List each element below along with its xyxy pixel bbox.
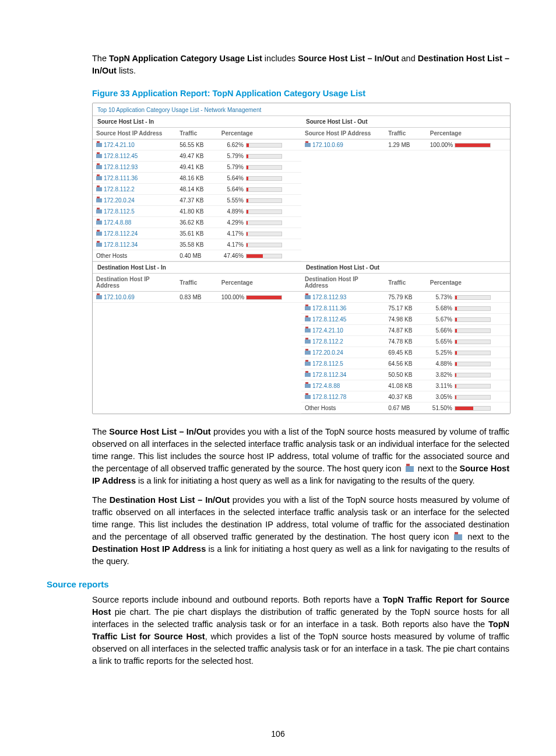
- host-query-icon[interactable]: [305, 340, 311, 344]
- text: includes: [262, 54, 298, 63]
- table-row: 172.8.112.564.56 KB4.88%: [301, 358, 510, 369]
- host-query-icon[interactable]: [96, 187, 102, 191]
- traffic-cell: 49.47 KB: [176, 150, 218, 162]
- ip-link[interactable]: 172.8.112.2: [312, 338, 343, 345]
- host-query-icon[interactable]: [305, 295, 311, 299]
- host-query-icon[interactable]: [96, 220, 102, 225]
- percentage-bar: [246, 176, 282, 181]
- host-query-icon[interactable]: [96, 165, 102, 169]
- pct-cell: 3.05%: [427, 391, 510, 402]
- host-query-icon[interactable]: [305, 328, 311, 332]
- section-header-source-reports: Source reports: [47, 579, 509, 589]
- table-row: 172.20.0.2469.45 KB5.25%: [301, 347, 510, 358]
- ip-link[interactable]: 172.8.112.34: [104, 242, 138, 248]
- host-query-icon[interactable]: [305, 306, 311, 310]
- ip-link[interactable]: 172.8.112.34: [312, 372, 346, 378]
- table-row: 172.10.0.691.29 MB100.00%: [301, 139, 510, 150]
- host-query-icon[interactable]: [96, 232, 102, 236]
- host-query-icon[interactable]: [305, 143, 311, 147]
- host-query-icon[interactable]: [96, 176, 102, 180]
- traffic-cell: 75.17 KB: [385, 303, 427, 314]
- text-bold: Source Host List – In/Out: [109, 427, 210, 436]
- pct-cell: 3.82%: [427, 369, 510, 380]
- dest-in-header: Destination Host List - In: [93, 262, 301, 274]
- host-query-icon[interactable]: [305, 395, 311, 399]
- pct-cell: 4.17%: [218, 239, 301, 250]
- ip-link[interactable]: 172.20.0.24: [104, 197, 135, 204]
- col-header: Destination Host IP Address: [93, 274, 176, 292]
- percentage-bar: [455, 351, 491, 355]
- host-query-icon[interactable]: [305, 351, 311, 355]
- host-query-icon[interactable]: [96, 198, 102, 202]
- traffic-cell: 50.50 KB: [385, 369, 427, 380]
- host-query-icon[interactable]: [96, 295, 102, 299]
- ip-link[interactable]: 172.10.0.69: [312, 142, 343, 148]
- ip-link[interactable]: 172.8.111.36: [312, 305, 346, 312]
- ip-link[interactable]: 172.4.21.10: [104, 142, 135, 148]
- ip-link[interactable]: 172.8.112.5: [312, 360, 343, 367]
- traffic-cell: 48.16 KB: [176, 173, 218, 184]
- col-header: Traffic: [176, 274, 218, 292]
- table-row: 172.8.111.3648.16 KB5.64%: [93, 173, 301, 184]
- host-query-icon[interactable]: [305, 317, 311, 321]
- percentage-bar: [246, 220, 282, 225]
- percentage-bar: [455, 328, 491, 333]
- pct-cell: 51.50%: [427, 402, 510, 414]
- ip-link[interactable]: 172.8.112.5: [104, 208, 135, 215]
- percentage-bar: [455, 362, 491, 366]
- table-row: 172.8.112.2435.61 KB4.17%: [93, 228, 301, 239]
- text: next to the: [416, 464, 460, 473]
- host-query-icon[interactable]: [96, 209, 102, 214]
- host-query-icon[interactable]: [96, 154, 102, 158]
- ip-link[interactable]: 172.8.111.36: [104, 175, 138, 181]
- traffic-cell: 74.98 KB: [385, 314, 427, 325]
- ip-link[interactable]: 172.8.112.45: [104, 153, 138, 159]
- ip-link[interactable]: 172.20.0.24: [312, 349, 343, 356]
- traffic-cell: 74.87 KB: [385, 325, 427, 336]
- host-query-icon[interactable]: [305, 384, 311, 388]
- pct-cell: 5.65%: [427, 336, 510, 347]
- host-query-icon[interactable]: [305, 373, 311, 377]
- col-header: Destination Host IP Address: [301, 274, 385, 292]
- pct-cell: 4.29%: [218, 217, 301, 228]
- text: and: [399, 54, 417, 63]
- pct-cell: 4.17%: [218, 228, 301, 239]
- traffic-cell: 0.40 MB: [176, 250, 218, 261]
- percentage-bar: [246, 143, 282, 148]
- percentage-bar: [455, 373, 491, 377]
- dest-out-table: Destination Host IP Address Traffic Perc…: [301, 274, 510, 414]
- text-bold: TopN Application Category Usage List: [109, 54, 262, 63]
- pct-cell: 5.64%: [218, 184, 301, 195]
- traffic-cell: 75.79 KB: [385, 292, 427, 303]
- ip-link[interactable]: 172.8.112.93: [312, 294, 346, 300]
- percentage-bar: [455, 295, 491, 300]
- ip-link[interactable]: 172.8.112.24: [104, 230, 138, 237]
- ip-link[interactable]: 172.10.0.69: [104, 294, 135, 300]
- host-query-icon: [406, 466, 414, 472]
- percentage-bar: [246, 254, 282, 258]
- page-number: 106: [0, 729, 556, 738]
- text: Other Hosts: [96, 253, 127, 259]
- ip-link[interactable]: 172.8.112.93: [104, 164, 138, 170]
- host-query-icon[interactable]: [96, 143, 102, 147]
- ip-link[interactable]: 172.4.21.10: [312, 327, 343, 334]
- text: Other Hosts: [305, 405, 336, 411]
- traffic-cell: 35.61 KB: [176, 228, 218, 239]
- ip-link[interactable]: 172.8.112.45: [312, 316, 346, 323]
- traffic-cell: 41.80 KB: [176, 206, 218, 217]
- col-header: Source Host IP Address: [301, 128, 385, 139]
- percentage-bar: [455, 406, 491, 411]
- ip-link[interactable]: 172.8.112.2: [104, 186, 135, 192]
- text-bold: Source Host List – In/Out: [298, 54, 399, 63]
- ip-link[interactable]: 172.4.8.88: [104, 219, 131, 226]
- pct-cell: 5.64%: [218, 173, 301, 184]
- pct-cell: 5.79%: [218, 150, 301, 162]
- host-query-icon[interactable]: [305, 362, 311, 366]
- pct-cell: 47.46%: [218, 250, 301, 261]
- table-row: 172.4.8.8836.62 KB4.29%: [93, 217, 301, 228]
- ip-link[interactable]: 172.4.8.88: [312, 383, 340, 389]
- ip-link[interactable]: 172.8.112.78: [312, 394, 346, 400]
- host-query-icon[interactable]: [96, 243, 102, 247]
- text: pie chart. The pie chart displays the di…: [92, 607, 509, 629]
- figure-caption: Figure 33 Application Report: TopN Appli…: [92, 89, 509, 98]
